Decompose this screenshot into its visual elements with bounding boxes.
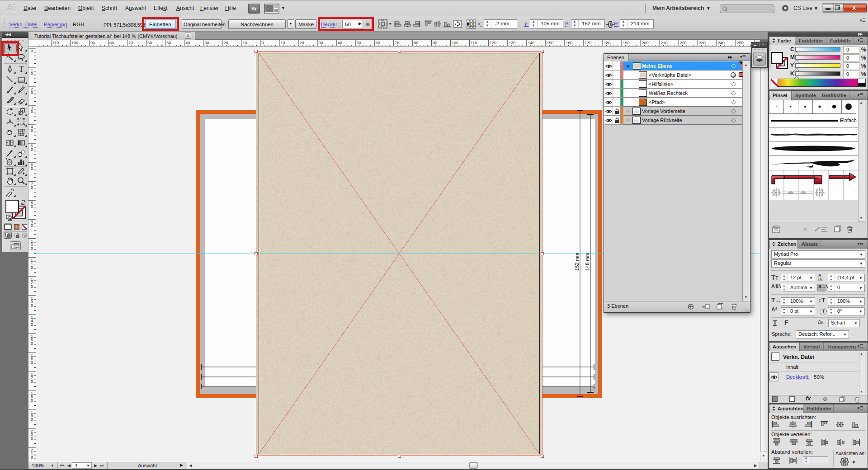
svg-text:20: 20 <box>223 41 228 45</box>
svg-text:0: 0 <box>31 223 33 228</box>
svg-text:40: 40 <box>185 41 190 45</box>
svg-text:0: 0 <box>31 436 33 441</box>
svg-text:T: T <box>19 65 24 74</box>
svg-text:220: 220 <box>680 41 687 45</box>
svg-text:0: 0 <box>31 341 33 346</box>
svg-text:90: 90 <box>433 41 437 45</box>
svg-text:0: 0 <box>31 185 33 190</box>
svg-text:30: 30 <box>204 41 209 45</box>
svg-text:0: 0 <box>31 379 33 384</box>
svg-text:160: 160 <box>566 41 572 45</box>
svg-text:0: 0 <box>31 455 33 460</box>
svg-text:0: 0 <box>31 204 33 209</box>
svg-text:150: 150 <box>547 41 553 45</box>
svg-text:0: 0 <box>31 265 33 270</box>
svg-text:0: 0 <box>31 90 33 95</box>
svg-text:40: 40 <box>338 41 342 45</box>
svg-text:0: 0 <box>31 398 33 403</box>
svg-text:0: 0 <box>31 128 33 133</box>
svg-text:10: 10 <box>281 41 285 45</box>
svg-text:T: T <box>822 309 826 314</box>
svg-text:70: 70 <box>128 41 133 45</box>
svg-text:90: 90 <box>90 41 95 45</box>
svg-text:250: 250 <box>737 41 744 45</box>
svg-text:0: 0 <box>31 360 33 365</box>
svg-text:60: 60 <box>147 41 152 45</box>
svg-text:210: 210 <box>661 41 668 45</box>
svg-text:190: 190 <box>623 41 630 45</box>
svg-text:50: 50 <box>166 41 171 45</box>
svg-text:0: 0 <box>31 166 33 171</box>
svg-text:30: 30 <box>319 41 323 45</box>
svg-text:0: 0 <box>31 246 33 251</box>
svg-text:120: 120 <box>490 41 496 45</box>
svg-text:130: 130 <box>509 41 515 45</box>
svg-text:100: 100 <box>452 41 458 45</box>
svg-text:180: 180 <box>604 41 610 45</box>
svg-text:110: 110 <box>471 41 477 45</box>
svg-text:0: 0 <box>31 417 33 422</box>
svg-text:100: 100 <box>71 41 78 45</box>
svg-text:50: 50 <box>357 41 361 45</box>
svg-text:0: 0 <box>31 322 33 327</box>
svg-text:0: 0 <box>31 147 33 152</box>
svg-text:70: 70 <box>395 41 399 45</box>
svg-text:0: 0 <box>262 41 264 45</box>
svg-text:0: 0 <box>31 303 33 308</box>
svg-text:110: 110 <box>52 41 59 45</box>
svg-text:0: 0 <box>31 284 33 289</box>
svg-text:140: 140 <box>528 41 534 45</box>
svg-text:20: 20 <box>300 41 304 45</box>
svg-text:0: 0 <box>31 49 33 53</box>
svg-text:0: 0 <box>31 71 33 76</box>
svg-text:80: 80 <box>414 41 418 45</box>
svg-text:80: 80 <box>109 41 114 45</box>
svg-text:0: 0 <box>31 109 33 114</box>
svg-text:10: 10 <box>242 41 247 45</box>
svg-text:200: 200 <box>642 41 649 45</box>
svg-text:60: 60 <box>376 41 380 45</box>
svg-text:230: 230 <box>699 41 706 45</box>
svg-text:240: 240 <box>718 41 725 45</box>
svg-text:170: 170 <box>585 41 591 45</box>
